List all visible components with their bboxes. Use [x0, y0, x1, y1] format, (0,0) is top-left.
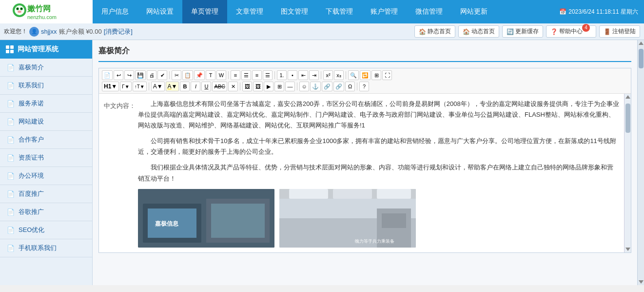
logout-button[interactable]: 🚪 注销登陆: [599, 25, 640, 38]
ed-save-button[interactable]: 💾: [135, 70, 146, 80]
page-icon: 📄: [7, 100, 15, 107]
dynamic-homepage-button[interactable]: 🏠 动态首页: [458, 25, 499, 38]
sidebar-item-baidutuiguang[interactable]: 📄 百度推广: [0, 185, 92, 203]
home2-icon: 🏠: [463, 28, 470, 35]
ed-copy-button[interactable]: 📋: [182, 70, 193, 80]
ed-specialchar-button[interactable]: Ω: [345, 82, 355, 91]
nav-item-wechat[interactable]: 微信管理: [407, 0, 451, 23]
editor-scrollbar[interactable]: [624, 94, 631, 252]
ed-removeformat-button[interactable]: ✕: [228, 82, 238, 91]
nav-item-downloads[interactable]: 下载管理: [317, 0, 362, 23]
scrollbar-thumb[interactable]: [625, 104, 630, 133]
ed-anchor-button[interactable]: ⚓: [310, 82, 321, 91]
update-cache-button[interactable]: 🔄 更新缓存: [502, 25, 543, 38]
ed-strikethrough-button[interactable]: ABC: [212, 82, 227, 91]
ed-fullscreen-button[interactable]: ⛶: [382, 70, 392, 80]
ed-image-button[interactable]: 🖼: [242, 82, 252, 91]
ed-fontsize-button[interactable]: ↑T▼: [133, 82, 147, 91]
sidebar-item-seo[interactable]: 📄 SEO优化: [0, 221, 92, 239]
nav-item-userinfo[interactable]: 用户信息: [93, 0, 137, 23]
ed-help-button[interactable]: ?: [359, 82, 369, 91]
ed-unlink-button[interactable]: 🔗: [333, 82, 344, 91]
home-icon: 🏠: [419, 28, 426, 35]
ed-cut-button[interactable]: ✂: [172, 70, 181, 80]
ed-h1-button[interactable]: H1▼: [102, 82, 119, 91]
sidebar-item-wangzhanjianshé[interactable]: 📄 网站建设: [0, 113, 92, 131]
nav-item-imagearticles[interactable]: 图文管理: [272, 0, 317, 23]
sidebar-item-fuwuchennuo[interactable]: 📄 服务承诺: [0, 95, 92, 113]
ed-smiley-button[interactable]: ☺: [299, 82, 309, 91]
ed-ol-button[interactable]: 1.: [277, 70, 287, 80]
sidebar-item-label: 联系我们: [19, 81, 44, 90]
sidebar-title: 网站管理系统: [18, 45, 59, 54]
logo-area: 嫩竹网 nenzhu.com: [0, 0, 93, 23]
ed-italic-button[interactable]: I: [191, 82, 200, 91]
main-scroll-down[interactable]: [639, 280, 644, 284]
page-icon: 📄: [7, 64, 15, 71]
sidebar-item-bangonghuanjing[interactable]: 📄 办公环境: [0, 167, 92, 185]
main-scrollbar[interactable]: [637, 40, 644, 285]
nav-item-singlepage[interactable]: 单页管理: [182, 0, 227, 23]
account-balance: 账户余额 ¥0.00: [59, 27, 102, 36]
ed-align-left-button[interactable]: ≡: [231, 70, 240, 80]
main-scroll-thumb[interactable]: [639, 49, 644, 68]
ed-separator7: [240, 83, 240, 90]
ed-ul-button[interactable]: •: [288, 70, 297, 80]
svg-point-2: [15, 5, 24, 15]
ed-spellcheck-button[interactable]: ✔: [157, 70, 167, 80]
sidebar-item-lianxiwomen[interactable]: 📄 联系我们: [0, 77, 92, 95]
ed-search-button[interactable]: 🔍: [348, 70, 359, 80]
ed-superscript-button[interactable]: x²: [323, 70, 333, 80]
main-layout: 网站管理系统 📄 嘉极简介 📄 联系我们 📄 服务承诺 📄 网站建设 📄 合作客…: [0, 40, 644, 285]
ed-bold-button[interactable]: B: [180, 82, 190, 91]
ed-fontcolor-button[interactable]: A▼: [151, 82, 165, 91]
scrollbar-down-arrow[interactable]: [625, 248, 630, 251]
grid-icon: [6, 45, 14, 53]
ed-hr-button[interactable]: —: [285, 82, 295, 91]
ed-image2-button[interactable]: 🖼: [253, 82, 263, 91]
editor-body[interactable]: 上海嘉极信息技术有限公司坐落于古城嘉定，嘉安公路200弄，市区分公司在杨浦区，公…: [133, 94, 624, 252]
sidebar-item-zizhizhengshu[interactable]: 📄 资质证书: [0, 149, 92, 167]
ed-bgcolor-button[interactable]: A▼: [166, 82, 179, 91]
sidebar-item-shouji[interactable]: 📄 手机联系我们: [0, 239, 92, 257]
ed-flash-button[interactable]: ▶: [264, 82, 273, 91]
page-icon: 📄: [7, 82, 15, 89]
ed-print-button[interactable]: 🖨: [147, 70, 156, 80]
ed-redo-button[interactable]: ↪: [124, 70, 134, 80]
ed-table-button[interactable]: ⊞: [274, 82, 284, 91]
ed-link-button[interactable]: 🔗: [322, 82, 332, 91]
ed-paste-word-button[interactable]: W: [216, 70, 226, 80]
static-homepage-button[interactable]: 🏠 静态首页: [414, 25, 455, 38]
ed-align-center-button[interactable]: ☰: [241, 70, 251, 80]
sidebar-item-label: 谷歌推广: [19, 208, 44, 216]
consume-link[interactable]: [消费记录]: [104, 27, 133, 36]
welcome-text: 欢迎您！: [4, 27, 27, 36]
ed-indent-button[interactable]: ⇥: [309, 70, 319, 80]
main-scroll-up[interactable]: [639, 42, 644, 45]
nav-item-accounts[interactable]: 账户管理: [362, 0, 407, 23]
help-badge: 4: [582, 24, 590, 32]
ed-align-right-button[interactable]: ≡: [252, 70, 262, 80]
ed-undo-button[interactable]: ↩: [114, 70, 123, 80]
ed-underline-button[interactable]: U: [201, 82, 211, 91]
nav-item-sitesettings[interactable]: 网站设置: [137, 0, 182, 23]
ed-outdent-button[interactable]: ⇤: [298, 70, 308, 80]
ed-replace-button[interactable]: 🔁: [360, 70, 371, 80]
ed-selectall-button[interactable]: ⊞: [371, 70, 381, 80]
nav-item-siteupdate[interactable]: 网站更新: [451, 0, 496, 23]
sidebar-item-hezuokehu[interactable]: 📄 合作客户: [0, 131, 92, 149]
sidebar-item-gugetuiguang[interactable]: 📄 谷歌推广: [0, 203, 92, 221]
ed-subscript-button[interactable]: x₂: [334, 70, 344, 80]
ed-paste-text-button[interactable]: T: [206, 70, 215, 80]
ed-paste-button[interactable]: 📌: [194, 70, 205, 80]
username-text[interactable]: shjjxx: [41, 28, 57, 35]
svg-text:嫩竹网: 嫩竹网: [27, 4, 51, 13]
scrollbar-up-arrow[interactable]: [625, 95, 630, 99]
ed-new-button[interactable]: 📄: [102, 70, 113, 80]
ed-align-justify-button[interactable]: ☰: [263, 70, 273, 80]
sidebar-item-jiajijianjie[interactable]: 📄 嘉极简介: [0, 59, 92, 77]
ed-format-button[interactable]: Γ▼: [120, 82, 131, 91]
nav-item-articles[interactable]: 文章管理: [227, 0, 272, 23]
help-center-button[interactable]: ❓ 帮助中心 4: [546, 25, 596, 38]
svg-rect-18: [333, 189, 372, 199]
